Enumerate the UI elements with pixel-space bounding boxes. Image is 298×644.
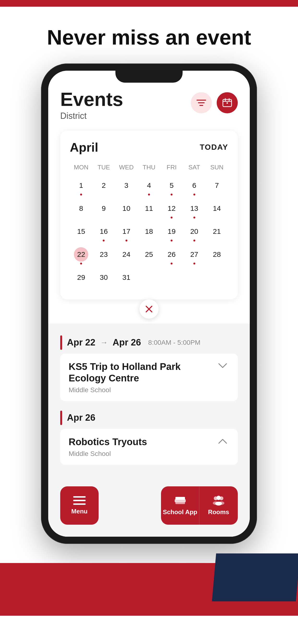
day-number: 28: [210, 247, 224, 262]
day-dot: [193, 216, 195, 218]
day-cell[interactable]: 6: [183, 176, 205, 198]
day-number: 21: [210, 224, 224, 238]
calendar-icon: [222, 98, 232, 108]
chevron-down-icon: [218, 363, 227, 368]
day-cell[interactable]: 28: [206, 244, 228, 268]
school-app-button[interactable]: School App: [161, 486, 199, 525]
day-number: 26: [164, 247, 179, 262]
event-collapse-button-2[interactable]: [216, 436, 229, 446]
day-cell[interactable]: 16: [92, 222, 115, 244]
nav-right-group: School App Rooms: [161, 486, 238, 525]
calendar-toggle-button[interactable]: [217, 92, 238, 113]
svg-point-18: [220, 496, 223, 500]
day-number: 23: [96, 247, 111, 262]
day-cell[interactable]: 26: [160, 244, 183, 268]
day-cell[interactable]: 30: [92, 268, 115, 288]
day-cell[interactable]: 7: [206, 176, 228, 198]
day-cell[interactable]: 27: [183, 244, 205, 268]
day-cell[interactable]: 11: [138, 198, 160, 222]
event-expand-button-1[interactable]: [216, 361, 229, 371]
filter-icon: [197, 99, 206, 106]
svg-rect-15: [175, 497, 185, 500]
day-cell[interactable]: 24: [115, 244, 138, 268]
svg-rect-11: [73, 500, 86, 501]
day-cell[interactable]: 29: [70, 268, 92, 288]
day-cell[interactable]: 13: [183, 198, 205, 222]
svg-rect-7: [226, 102, 228, 104]
day-cell[interactable]: 14: [206, 198, 228, 222]
day-number: 19: [164, 224, 179, 238]
calendar-month: April: [70, 140, 98, 154]
phone-screen: Events District: [48, 71, 250, 537]
day-dot: [193, 262, 195, 264]
calendar-days-header: MON TUE WED THU FRI SAT SUN: [70, 162, 228, 173]
day-dot: [148, 194, 150, 196]
close-calendar-button[interactable]: [139, 300, 159, 319]
calendar-card: April TODAY MON TUE WED THU FRI SAT SUN: [60, 130, 238, 300]
day-header-wed: WED: [115, 162, 138, 173]
day-dot: [193, 194, 195, 196]
event-date-indicator: [60, 336, 62, 350]
day-cell[interactable]: 19: [160, 222, 183, 244]
day-number: 3: [119, 178, 134, 192]
event-date-from-2: Apr 26: [67, 412, 95, 423]
svg-rect-10: [73, 496, 86, 498]
day-number: 24: [119, 247, 134, 262]
day-cell[interactable]: 3: [115, 176, 138, 198]
filter-button[interactable]: [191, 92, 212, 113]
events-header: Events District: [60, 90, 238, 121]
close-icon: [145, 305, 153, 314]
day-cell[interactable]: 12: [160, 198, 183, 222]
day-cell[interactable]: 21: [206, 222, 228, 244]
rooms-button[interactable]: Rooms: [199, 486, 238, 525]
event-date-row-1: Apr 22 → Apr 26 8:00AM - 5:00PM: [60, 336, 238, 350]
day-number: 27: [187, 247, 202, 262]
bottom-nav: Menu School App: [48, 479, 250, 537]
bottom-decoration: [0, 544, 298, 616]
day-cell[interactable]: 17: [115, 222, 138, 244]
day-cell[interactable]: 5: [160, 176, 183, 198]
day-cell[interactable]: 31: [115, 268, 138, 288]
day-cell[interactable]: 9: [92, 198, 115, 222]
day-cell[interactable]: 22: [70, 244, 92, 268]
deco-navy-block: [212, 554, 298, 601]
today-button[interactable]: TODAY: [200, 143, 228, 152]
calendar-grid: MON TUE WED THU FRI SAT SUN 123456789101…: [70, 162, 228, 288]
day-cell[interactable]: 8: [70, 198, 92, 222]
day-dot: [193, 240, 195, 242]
calendar-days: 1234567891011121314151617181920212223242…: [70, 176, 228, 288]
day-cell[interactable]: 4: [138, 176, 160, 198]
day-cell[interactable]: 23: [92, 244, 115, 268]
day-cell[interactable]: 1: [70, 176, 92, 198]
day-dot: [125, 240, 127, 242]
day-cell[interactable]: 15: [70, 222, 92, 244]
menu-button[interactable]: Menu: [60, 486, 99, 525]
event-item-1: Apr 22 → Apr 26 8:00AM - 5:00PM KS5 Trip…: [60, 336, 238, 401]
day-number: 11: [142, 201, 156, 216]
day-cell[interactable]: 10: [115, 198, 138, 222]
phone-frame: Events District: [41, 64, 257, 544]
day-number: 12: [164, 201, 179, 216]
day-number: 8: [74, 201, 88, 216]
events-title-block: Events District: [60, 90, 123, 121]
event-date-from-1: Apr 22: [67, 337, 95, 348]
calendar-header: April TODAY: [70, 140, 228, 154]
day-cell[interactable]: 25: [138, 244, 160, 268]
day-header-mon: MON: [70, 162, 92, 173]
day-dot: [171, 194, 173, 196]
event-date-indicator-2: [60, 411, 62, 425]
day-header-thu: THU: [138, 162, 160, 173]
screen-content: Events District: [48, 71, 250, 307]
day-number: 9: [96, 201, 111, 216]
day-cell[interactable]: 2: [92, 176, 115, 198]
day-number: 17: [119, 224, 134, 238]
day-cell[interactable]: 20: [183, 222, 205, 244]
event-school-2: Middle School: [69, 450, 147, 458]
svg-point-21: [219, 502, 224, 505]
close-calendar-area: [48, 304, 250, 324]
event-name-1: KS5 Trip to Holland Park Ecology Centre: [69, 361, 216, 384]
day-dot: [171, 216, 173, 218]
day-cell[interactable]: 18: [138, 222, 160, 244]
event-info-2: Robotics Tryouts Middle School: [69, 436, 147, 458]
day-dot: [80, 262, 82, 264]
